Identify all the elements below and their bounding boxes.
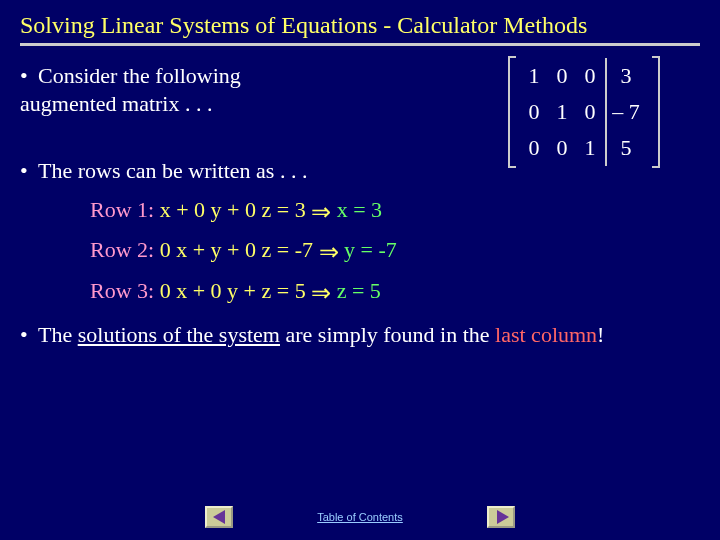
bullet-2-text: The rows can be written as . . . — [38, 158, 307, 183]
row-1-label: Row 1: — [90, 197, 160, 222]
row-1-eq: x + 0 y + 0 z = 3 — [160, 197, 312, 222]
augment-bar — [605, 58, 607, 166]
m-r2c1: 0 — [520, 99, 548, 125]
arrow-left-icon — [213, 510, 225, 524]
row-3-label: Row 3: — [90, 278, 160, 303]
row-2-line: Row 2: 0 x + y + 0 z = -7 ⇒ y = -7 — [90, 237, 700, 266]
m-r3c2: 0 — [548, 135, 576, 161]
implies-icon: ⇒ — [319, 239, 339, 265]
implies-icon: ⇒ — [311, 280, 331, 306]
m-r3c3: 1 — [576, 135, 604, 161]
row-3-sol: z = 5 — [337, 278, 381, 303]
toc-link[interactable]: Table of Contents — [317, 511, 403, 523]
bullet-3: •The solutions of the system are simply … — [20, 321, 700, 349]
bullet-1: •Consider the following augmented matrix… — [20, 62, 340, 117]
row-2-eq: 0 x + y + 0 z = -7 — [160, 237, 319, 262]
implies-icon: ⇒ — [311, 198, 331, 224]
row-3-eq: 0 x + 0 y + z = 5 — [160, 278, 312, 303]
m-r3a: 5 — [608, 135, 648, 161]
m-r1c3: 0 — [576, 63, 604, 89]
row-3-line: Row 3: 0 x + 0 y + z = 5 ⇒ z = 5 — [90, 278, 700, 307]
bullet-3-part-c: are simply found in the — [280, 322, 495, 347]
bullet-1-text: Consider the following augmented matrix … — [20, 63, 241, 116]
row-2-label: Row 2: — [90, 237, 160, 262]
row-1-line: Row 1: x + 0 y + 0 z = 3 ⇒ x = 3 — [90, 197, 700, 226]
row-1-sol: x = 3 — [337, 197, 382, 222]
m-r2c2: 1 — [548, 99, 576, 125]
bullet-3-part-a: The — [38, 322, 78, 347]
m-r1a: 3 — [608, 63, 648, 89]
m-r2c3: 0 — [576, 99, 604, 125]
prev-button[interactable] — [205, 506, 233, 528]
bullet-3-part-e: ! — [597, 322, 604, 347]
arrow-right-icon — [497, 510, 509, 524]
slide-title: Solving Linear Systems of Equations - Ca… — [20, 12, 700, 39]
augmented-matrix: 1 0 0 3 0 1 0 – 7 0 0 1 5 — [508, 56, 660, 168]
m-r2a: – 7 — [608, 99, 648, 125]
m-r1c1: 1 — [520, 63, 548, 89]
row-2-sol: y = -7 — [344, 237, 397, 262]
footer-nav: Table of Contents — [0, 506, 720, 528]
bullet-3-red: last column — [495, 322, 597, 347]
title-underline — [20, 43, 700, 46]
m-r3c1: 0 — [520, 135, 548, 161]
m-r1c2: 0 — [548, 63, 576, 89]
next-button[interactable] — [487, 506, 515, 528]
bullet-3-underline: solutions of the system — [78, 322, 280, 347]
